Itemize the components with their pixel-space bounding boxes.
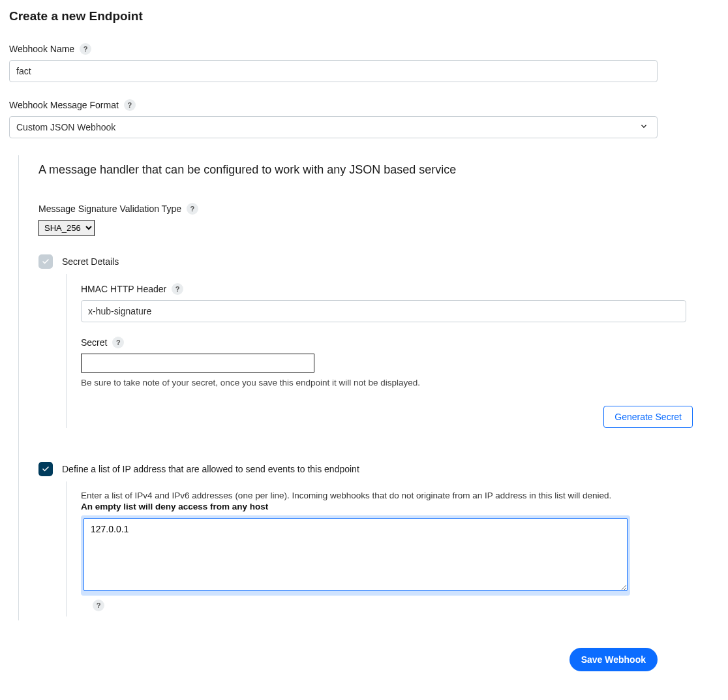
ip-allow-toggle-row: Define a list of IP address that are all…	[38, 462, 664, 476]
secret-details-label: Secret Details	[62, 256, 119, 267]
ip-allow-section: Enter a list of IPv4 and IPv6 addresses …	[66, 481, 664, 616]
ip-allow-description: Enter a list of IPv4 and IPv6 addresses …	[81, 491, 664, 500]
message-format-group: Webhook Message Format ? Custom JSON Web…	[9, 99, 719, 138]
help-icon[interactable]: ?	[187, 203, 198, 215]
secret-group: Secret ? Be sure to take note of your se…	[81, 337, 680, 388]
secret-details-toggle[interactable]	[38, 254, 53, 269]
secret-input[interactable]	[81, 354, 314, 373]
help-icon[interactable]: ?	[172, 283, 183, 295]
secret-label: Secret	[81, 337, 107, 348]
save-row: Save Webhook	[9, 648, 658, 671]
help-icon[interactable]: ?	[112, 337, 124, 348]
signature-type-label: Message Signature Validation Type	[38, 204, 181, 214]
hmac-header-group: HMAC HTTP Header ?	[81, 283, 680, 322]
message-format-label: Webhook Message Format	[9, 100, 119, 110]
secret-details-section: HMAC HTTP Header ? Secret ? Be sure to t…	[66, 274, 680, 428]
hmac-header-input[interactable]	[81, 300, 686, 322]
message-format-select[interactable]: Custom JSON Webhook	[9, 116, 658, 138]
handler-description: A message handler that can be configured…	[38, 163, 664, 177]
save-webhook-button[interactable]: Save Webhook	[569, 648, 658, 671]
help-icon[interactable]: ?	[124, 99, 136, 111]
ip-allow-toggle[interactable]	[38, 462, 53, 476]
webhook-name-input[interactable]	[9, 60, 658, 82]
ip-allow-label: Define a list of IP address that are all…	[62, 464, 359, 474]
handler-section: A message handler that can be configured…	[18, 155, 664, 620]
secret-hint: Be sure to take note of your secret, onc…	[81, 378, 680, 388]
webhook-name-group: Webhook Name ?	[9, 43, 719, 82]
help-icon[interactable]: ?	[80, 43, 91, 55]
secret-details-toggle-row: Secret Details	[38, 254, 664, 269]
help-icon[interactable]: ?	[93, 600, 104, 611]
hmac-header-label: HMAC HTTP Header	[81, 284, 166, 294]
signature-type-group: Message Signature Validation Type ? SHA_…	[38, 203, 664, 236]
generate-secret-button[interactable]: Generate Secret	[603, 406, 693, 428]
ip-allow-textarea[interactable]: 127.0.0.1	[83, 518, 628, 591]
signature-type-select[interactable]: SHA_256	[38, 220, 95, 236]
webhook-name-label: Webhook Name	[9, 44, 74, 54]
ip-allow-warning: An empty list will deny access from any …	[81, 502, 664, 511]
page-title: Create a new Endpoint	[9, 9, 719, 23]
